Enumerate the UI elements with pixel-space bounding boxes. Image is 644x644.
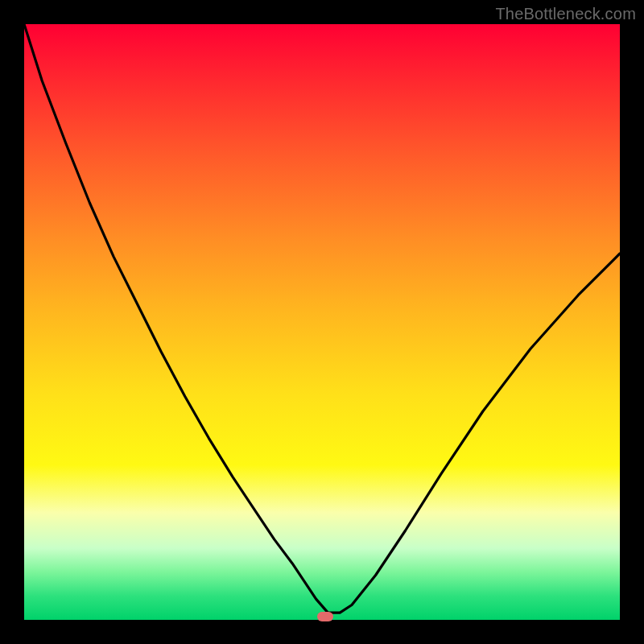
bottleneck-curve: [24, 24, 620, 620]
curve-path: [24, 24, 620, 613]
optimal-point-marker: [317, 612, 333, 621]
watermark-text: TheBottleneck.com: [495, 5, 636, 23]
plot-area: [24, 24, 620, 620]
chart-frame: TheBottleneck.com: [0, 0, 644, 644]
